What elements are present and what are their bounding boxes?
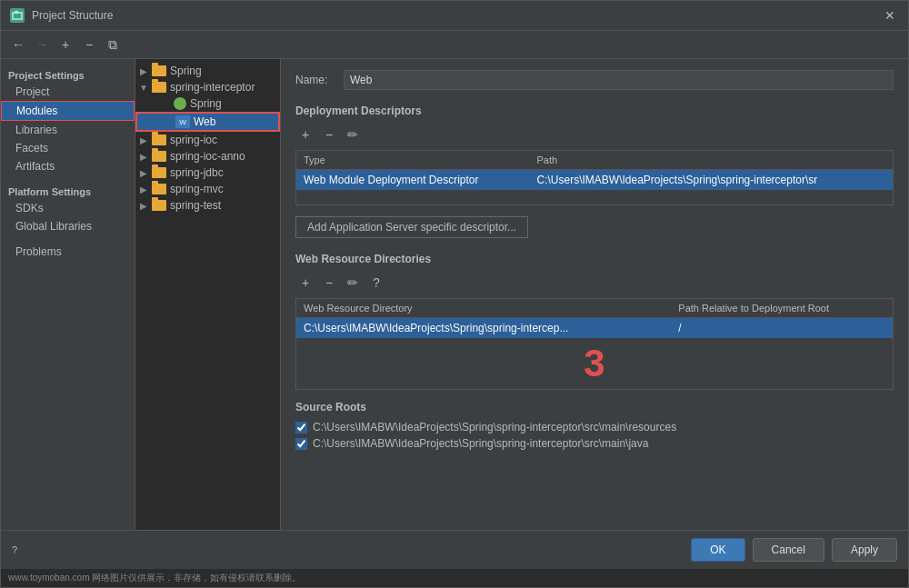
close-button[interactable]: ✕: [881, 6, 899, 25]
sidebar-item-global-libraries[interactable]: Global Libraries: [1, 217, 135, 235]
deployment-type-cell: Web Module Deployment Descriptor: [296, 170, 530, 191]
name-label: Name:: [295, 74, 336, 86]
sidebar: Project Settings Project Modules Librari…: [1, 59, 135, 530]
sidebar-item-problems[interactable]: Problems: [1, 243, 135, 261]
resource-add-btn[interactable]: +: [295, 273, 315, 293]
interceptor-folder-icon: [152, 82, 166, 93]
web-resource-toolbar: + − ✏ ?: [295, 273, 894, 293]
web-resource-table: Web Resource Directory Path Relative to …: [296, 299, 893, 389]
tree-item-ioc-label: spring-ioc: [170, 134, 217, 146]
deployment-path-header: Path: [530, 151, 894, 170]
sidebar-item-project[interactable]: Project: [1, 83, 135, 101]
tree-item-mvc-label: spring-mvc: [170, 183, 224, 195]
ioc-arrow: ▶: [139, 135, 148, 145]
sidebar-item-modules[interactable]: Modules: [1, 101, 135, 121]
dialog-icon: [10, 8, 25, 23]
spring-leaf-icon: [174, 97, 186, 110]
test-arrow: ▶: [139, 201, 148, 211]
resource-dir-header: Web Resource Directory: [296, 299, 671, 318]
titlebar: Project Structure ✕: [1, 1, 908, 31]
bottom-bar: www.toymoban.com 网络图片仅供展示，非存储，如有侵权请联系删除。: [1, 569, 908, 587]
interceptor-arrow: ▼: [139, 83, 148, 93]
tree-item-web[interactable]: W Web: [135, 112, 280, 132]
help-button[interactable]: ?: [12, 544, 17, 555]
source-roots-section: Source Roots C:\Users\IMABW\IdeaProjects…: [295, 401, 894, 450]
sidebar-item-sdks[interactable]: SDKs: [1, 199, 135, 217]
web-resource-table-container: Web Resource Directory Path Relative to …: [295, 298, 894, 390]
add-server-btn[interactable]: Add Application Server specific descript…: [295, 216, 528, 238]
add-button[interactable]: +: [55, 35, 75, 55]
apply-button[interactable]: Apply: [832, 538, 897, 562]
forward-button[interactable]: →: [32, 35, 52, 55]
tree-item-spring-label: Spring: [170, 65, 202, 77]
main-content: Project Settings Project Modules Librari…: [1, 59, 908, 530]
platform-settings-title: Platform Settings: [1, 183, 135, 199]
deployment-remove-btn[interactable]: −: [319, 125, 339, 145]
dialog-title: Project Structure: [32, 9, 113, 22]
jdbc-arrow: ▶: [139, 168, 148, 178]
tree-item-interceptor-label: spring-interceptor: [170, 81, 255, 94]
resource-edit-btn[interactable]: ✏: [343, 273, 363, 293]
resource-dir-cell: C:\Users\IMABW\IdeaProjects\Spring\sprin…: [296, 318, 671, 339]
tree-item-web-label: Web: [194, 115, 215, 128]
tree-item-spring-ioc[interactable]: ▶ spring-ioc: [135, 132, 280, 148]
sidebar-item-facets[interactable]: Facets: [1, 139, 135, 157]
tree-item-spring-jdbc[interactable]: ▶ spring-jdbc: [135, 164, 280, 181]
deployment-table: Type Path Web Module Deployment Descript…: [296, 151, 893, 190]
mvc-arrow: ▶: [139, 184, 148, 194]
deployment-toolbar: + − ✏: [295, 125, 894, 145]
bottom-bar-text: www.toymoban.com 网络图片仅供展示，非存储，如有侵权请联系删除。: [8, 573, 301, 583]
titlebar-left: Project Structure: [10, 8, 113, 23]
name-input[interactable]: [344, 70, 894, 90]
remove-button[interactable]: −: [79, 35, 99, 55]
deployment-edit-btn[interactable]: ✏: [343, 125, 363, 145]
name-field-row: Name:: [295, 70, 894, 90]
footer: ? OK Cancel Apply: [1, 530, 908, 569]
tree-item-spring-ioc-anno[interactable]: ▶ spring-ioc-anno: [135, 148, 280, 164]
svg-rect-0: [13, 13, 22, 19]
back-button[interactable]: ←: [8, 35, 28, 55]
sidebar-item-artifacts[interactable]: Artifacts: [1, 157, 135, 175]
deployment-type-header: Type: [296, 151, 530, 170]
ioc-anno-arrow: ▶: [139, 152, 148, 162]
resource-path-cell: /: [671, 318, 893, 339]
copy-button[interactable]: ⧉: [103, 35, 123, 55]
source-root-path-1: C:\Users\IMABW\IdeaProjects\Spring\sprin…: [313, 437, 648, 450]
deployment-descriptors-title: Deployment Descriptors: [295, 105, 894, 117]
ioc-folder-icon: [152, 135, 166, 145]
source-roots-title: Source Roots: [295, 401, 894, 414]
tree-item-spring-sub[interactable]: Spring: [135, 95, 280, 112]
sidebar-item-libraries[interactable]: Libraries: [1, 121, 135, 139]
source-root-checkbox-1[interactable]: [295, 438, 307, 450]
tree-item-ioc-anno-label: spring-ioc-anno: [170, 150, 245, 163]
source-root-row-1: C:\Users\IMABW\IdeaProjects\Spring\sprin…: [295, 437, 894, 450]
project-settings-title: Project Settings: [1, 66, 135, 83]
source-root-row-0: C:\Users\IMABW\IdeaProjects\Spring\sprin…: [295, 421, 894, 434]
annotation-3: 3: [296, 338, 893, 389]
svg-rect-1: [15, 11, 18, 14]
resource-remove-btn[interactable]: −: [319, 273, 339, 293]
spring-arrow: ▶: [139, 66, 148, 76]
tree-item-spring[interactable]: ▶ Spring: [135, 63, 280, 79]
tree-item-spring-mvc[interactable]: ▶ spring-mvc: [135, 181, 280, 197]
ioc-anno-folder-icon: [152, 151, 166, 162]
deployment-add-btn[interactable]: +: [295, 125, 315, 145]
ok-button[interactable]: OK: [691, 538, 744, 562]
tree-item-spring-test[interactable]: ▶ spring-test: [135, 197, 280, 214]
resource-table-row[interactable]: C:\Users\IMABW\IdeaProjects\Spring\sprin…: [296, 318, 893, 339]
deployment-table-container: Type Path Web Module Deployment Descript…: [295, 150, 894, 205]
project-structure-dialog: Project Structure ✕ ← → + − ⧉ Project Se…: [0, 0, 909, 588]
mvc-folder-icon: [152, 184, 166, 194]
deployment-table-row[interactable]: Web Module Deployment Descriptor C:\User…: [296, 170, 893, 191]
top-toolbar: ← → + − ⧉: [1, 31, 908, 59]
resource-path-header: Path Relative to Deployment Root: [671, 299, 893, 318]
cancel-button[interactable]: Cancel: [753, 538, 824, 562]
test-folder-icon: [152, 200, 166, 211]
footer-buttons: OK Cancel Apply: [691, 538, 897, 562]
tree-item-spring-interceptor[interactable]: ▼ spring-interceptor: [135, 79, 280, 95]
web-module-icon: W: [175, 115, 190, 128]
tree-item-spring-sub-label: Spring: [190, 97, 222, 110]
resource-help-btn[interactable]: ?: [366, 273, 386, 293]
source-root-checkbox-0[interactable]: [295, 422, 307, 434]
deployment-path-cell: C:\Users\IMABW\IdeaProjects\Spring\sprin…: [530, 170, 894, 191]
